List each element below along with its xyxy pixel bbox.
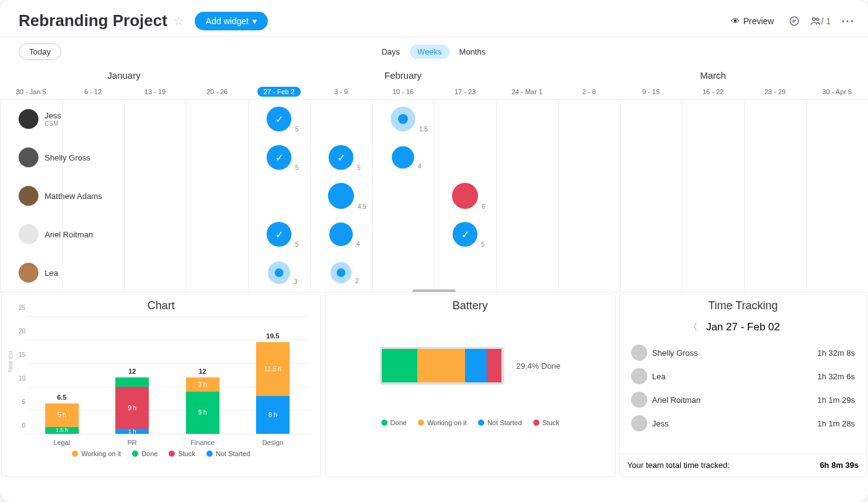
legend-item[interactable]: Stuck: [169, 450, 195, 457]
tracking-time: 1h 32m 6s: [817, 372, 855, 381]
month-header: January: [0, 66, 248, 84]
week-header[interactable]: 9 - 15: [620, 84, 682, 99]
scale-tab-months[interactable]: Months: [452, 45, 494, 59]
members-icon[interactable]: / 1: [810, 15, 831, 27]
tracking-row[interactable]: Shelly Gross1h 32m 8s: [627, 342, 859, 363]
legend-item[interactable]: Done: [381, 419, 407, 426]
tracking-name: Lea: [652, 372, 666, 381]
bar-segment: 1 h: [115, 429, 149, 434]
workload-bubble[interactable]: ✓5: [453, 222, 485, 247]
x-label: Design: [256, 439, 290, 446]
legend-item[interactable]: Done: [132, 450, 157, 457]
x-label: Legal: [45, 439, 79, 446]
tracking-list: Shelly Gross1h 32m 8sLea1h 32m 6sAriel R…: [627, 342, 859, 434]
time-tracking-widget[interactable]: Time Tracking 〈 Jan 27 - Feb 02 〉 Shelly…: [619, 294, 867, 477]
week-header[interactable]: 3 - 9: [310, 84, 372, 99]
week-header[interactable]: 24 - Mar 1: [496, 84, 558, 99]
week-header[interactable]: 20 - 26: [186, 84, 248, 99]
workload-bubble[interactable]: 6: [452, 183, 485, 209]
chart-widget[interactable]: Chart Time Est. 05101520256.51.5 h5 h121…: [1, 294, 321, 477]
legend-label: Stuck: [178, 450, 195, 457]
scale-tab-days[interactable]: Days: [374, 45, 407, 59]
legend-item[interactable]: Stuck: [533, 419, 560, 426]
tracking-time: 1h 32m 8s: [817, 348, 855, 358]
week-header[interactable]: 16 - 22: [682, 84, 744, 99]
today-button[interactable]: Today: [19, 43, 61, 60]
bubble-value: 5: [295, 241, 299, 248]
legend-swatch: [418, 420, 424, 426]
workload-grid[interactable]: JessCSMShelly GrossMatthew AdamsAriel Ro…: [0, 100, 868, 292]
bar-segment: [115, 377, 149, 387]
tracking-range: Jan 27 - Feb 02: [706, 321, 780, 333]
week-header[interactable]: 6 - 12: [62, 84, 124, 99]
week-header[interactable]: 30 - Apr 5: [806, 84, 868, 99]
add-widget-button[interactable]: Add widget ▾: [195, 12, 268, 30]
workload-bubble[interactable]: ✓5: [267, 107, 299, 131]
legend-item[interactable]: Working on it: [418, 419, 467, 426]
avatar: [631, 415, 647, 431]
member-count: / 1: [821, 16, 831, 26]
battery-widget[interactable]: Battery 29.4% Done DoneWorking on itNot …: [325, 294, 616, 477]
page-title: Rebranding Project: [19, 11, 167, 30]
tracking-name: Shelly Gross: [652, 348, 698, 358]
avatar: [631, 368, 647, 384]
y-tick: 20: [19, 328, 25, 335]
chart-title: Chart: [9, 299, 313, 312]
bubble-value: 4.5: [358, 203, 366, 210]
preview-button[interactable]: 👁 Preview: [731, 16, 774, 26]
chart-legend: Working on itDoneStuckNot Started: [9, 450, 313, 457]
workload-bubble[interactable]: ✓5: [267, 222, 299, 247]
avatar: [631, 392, 647, 408]
workload-bubble[interactable]: ✓5: [267, 145, 299, 170]
week-header[interactable]: 17 - 23: [434, 84, 496, 99]
app-header: Rebranding Project ☆ Add widget ▾ 👁 Prev…: [0, 0, 868, 37]
y-tick: 10: [19, 375, 25, 382]
chart-area: Time Est. 05101520256.51.5 h5 h121 h9 h1…: [27, 316, 308, 446]
tracking-row[interactable]: Lea1h 32m 6s: [627, 366, 859, 387]
legend-item[interactable]: Not Started: [478, 419, 522, 426]
week-header[interactable]: 30 - Jan 5: [0, 84, 62, 99]
check-icon: ✓: [275, 152, 283, 164]
workload-bubble[interactable]: 1.5: [391, 107, 428, 131]
bar-column[interactable]: 19.58 h11.5 h: [256, 342, 290, 434]
tracking-total-time: 6h 8m 39s: [820, 460, 859, 470]
y-tick: 25: [19, 304, 25, 311]
bar-total: 12: [198, 368, 206, 375]
bar-column[interactable]: 129 h3 h: [186, 377, 219, 434]
resize-handle[interactable]: [412, 289, 456, 292]
legend-swatch: [72, 451, 78, 457]
check-icon: ✓: [461, 229, 469, 240]
tracking-row[interactable]: Jess1h 1m 28s: [627, 413, 859, 434]
week-header[interactable]: 27 - Feb 2: [248, 84, 310, 99]
workload-bubble[interactable]: ✓5: [329, 145, 361, 170]
tracking-total-row: Your team total time tracked: 6h 8m 39s: [620, 454, 866, 476]
preview-label: Preview: [743, 16, 774, 26]
months-row: JanuaryFebruaryMarch: [0, 66, 868, 84]
battery-segment: [382, 349, 417, 382]
workload-bubble[interactable]: 4: [392, 146, 422, 169]
bar-column[interactable]: 6.51.5 h5 h: [45, 403, 79, 434]
legend-item[interactable]: Not Started: [206, 450, 250, 457]
workload-bubble[interactable]: 3: [268, 262, 298, 284]
favorite-star-icon[interactable]: ☆: [174, 14, 184, 28]
week-header[interactable]: 10 - 16: [372, 84, 434, 99]
workload-bubble[interactable]: 4.5: [328, 183, 366, 209]
chat-icon[interactable]: [789, 15, 800, 27]
tracking-row[interactable]: Ariel Roitman1h 1m 29s: [627, 389, 859, 410]
check-icon: ✓: [275, 113, 283, 125]
y-tick: 0: [22, 422, 25, 429]
workload-bubble[interactable]: 2: [330, 262, 359, 283]
bar-column[interactable]: 121 h9 h: [115, 377, 149, 434]
week-header[interactable]: 2 - 8: [558, 84, 620, 99]
workload-bubble[interactable]: 4: [329, 222, 360, 246]
legend-label: Done: [141, 450, 157, 457]
legend-label: Working on it: [427, 419, 467, 426]
more-menu-icon[interactable]: ⋯: [841, 13, 854, 29]
battery-segment: [465, 349, 487, 382]
week-header[interactable]: 23 - 29: [744, 84, 806, 99]
week-header[interactable]: 13 - 19: [124, 84, 186, 99]
scale-tab-weeks[interactable]: Weeks: [410, 45, 450, 59]
legend-item[interactable]: Working on it: [72, 450, 121, 457]
eye-icon: 👁: [731, 16, 740, 26]
prev-week-icon[interactable]: 〈: [689, 322, 698, 333]
